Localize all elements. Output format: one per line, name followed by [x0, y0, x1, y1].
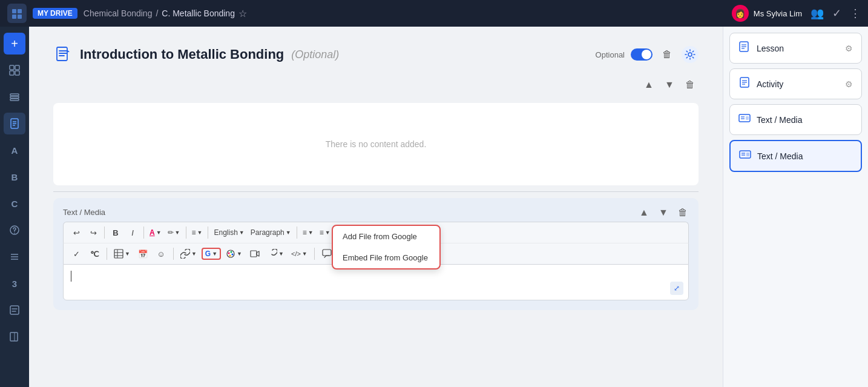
- panel-item-lesson[interactable]: Lesson ⚙: [729, 33, 862, 64]
- editor-delete[interactable]: 🗑: [674, 204, 691, 221]
- section-optional-label: (Optional): [291, 48, 339, 61]
- calendar-button[interactable]: 📅: [135, 246, 151, 262]
- checkmark-button[interactable]: ✓: [68, 246, 84, 262]
- ul-dropdown[interactable]: ≡ ▼: [317, 227, 333, 238]
- font-color-dropdown[interactable]: A ▼: [147, 227, 164, 238]
- svg-point-16: [14, 233, 15, 234]
- main-layout: + A: [0, 27, 868, 387]
- svg-rect-23: [57, 47, 67, 61]
- panel-text-media-1-label: Text / Media: [757, 115, 853, 125]
- language-dropdown[interactable]: English ▼: [211, 227, 246, 238]
- c-button[interactable]: ℃: [87, 246, 102, 262]
- toolbar-sep-r2-3: [314, 248, 315, 260]
- sidebar-icon-document[interactable]: [4, 113, 25, 134]
- svg-rect-57: [746, 153, 749, 156]
- panel-item-text-media-2[interactable]: Text / Media: [729, 140, 862, 172]
- svg-point-29: [227, 250, 234, 257]
- delete-button[interactable]: 🗑: [682, 76, 699, 93]
- sidebar-icon-layers[interactable]: [4, 86, 25, 108]
- panel-item-activity[interactable]: Activity ⚙: [729, 68, 862, 99]
- svg-rect-3: [18, 15, 22, 19]
- move-up-button[interactable]: ▲: [640, 76, 657, 93]
- toolbar-sep-3: [186, 227, 186, 239]
- optional-text: Optional: [596, 50, 625, 59]
- video-button[interactable]: [247, 246, 263, 262]
- section-header: Introduction to Metallic Bonding (Option…: [53, 39, 699, 70]
- highlight-dropdown[interactable]: ✏ ▼: [165, 227, 183, 238]
- sidebar-icon-grid[interactable]: [4, 59, 25, 81]
- embed-file-google-item[interactable]: Embed File from Google: [333, 247, 439, 268]
- table-dropdown[interactable]: ▼: [111, 248, 133, 260]
- avatar: 👩: [732, 5, 749, 22]
- sidebar-icon-b[interactable]: B: [4, 166, 25, 188]
- link-dropdown[interactable]: ▼: [178, 248, 199, 260]
- more-icon[interactable]: ⋮: [850, 7, 861, 20]
- panel-lesson-gear[interactable]: ⚙: [845, 44, 853, 53]
- redo-button[interactable]: ↪: [85, 225, 101, 240]
- svg-rect-34: [251, 251, 257, 257]
- svg-rect-35: [323, 250, 331, 256]
- sidebar-icon-list[interactable]: [4, 246, 25, 268]
- svg-point-24: [688, 53, 692, 56]
- activity-icon: [738, 76, 751, 91]
- content-area: Introduction to Metallic Bonding (Option…: [29, 27, 723, 387]
- section-document-icon: [53, 45, 73, 64]
- toolbar-sep-2: [143, 227, 144, 239]
- svg-rect-20: [10, 306, 19, 314]
- optional-toggle[interactable]: [631, 48, 653, 61]
- breadcrumb-part2[interactable]: C. Metallic Bonding: [162, 8, 235, 18]
- breadcrumb-separator: /: [156, 8, 158, 18]
- section-title: Introduction to Metallic Bonding: [80, 47, 284, 62]
- sidebar-icon-text-a[interactable]: A: [4, 139, 25, 161]
- my-drive-badge[interactable]: MY DRIVE: [33, 8, 77, 19]
- editor-cursor: [71, 271, 71, 282]
- sidebar-icon-book[interactable]: [4, 326, 25, 348]
- check-icon[interactable]: ✓: [832, 7, 841, 20]
- toolbar-sep-1: [104, 227, 105, 239]
- editor-move-up[interactable]: ▲: [636, 204, 653, 221]
- sidebar-icon-quiz[interactable]: [4, 219, 25, 241]
- sidebar-icon-number[interactable]: 3: [4, 273, 25, 294]
- toolbar-sep-5: [297, 227, 297, 239]
- breadcrumb-part1[interactable]: Chemical Bonding: [84, 8, 153, 18]
- link2-dropdown[interactable]: ▼: [265, 248, 286, 260]
- sidebar-icon-c[interactable]: C: [4, 193, 25, 214]
- panel-activity-gear[interactable]: ⚙: [845, 79, 853, 89]
- settings-button[interactable]: [682, 46, 699, 63]
- sidebar-icon-content[interactable]: [4, 299, 25, 321]
- ol-dropdown[interactable]: ≡ ▼: [300, 227, 316, 238]
- right-panel: Lesson ⚙ Activity ⚙: [723, 27, 868, 387]
- star-icon[interactable]: ☆: [238, 8, 247, 19]
- toolbar-sep-4: [208, 227, 208, 239]
- google-dropdown[interactable]: G ▼: [202, 248, 221, 260]
- move-down-button[interactable]: ▼: [661, 76, 678, 93]
- svg-rect-6: [10, 71, 14, 75]
- panel-item-text-media-1[interactable]: Text / Media: [729, 104, 862, 135]
- svg-point-31: [231, 251, 232, 253]
- undo-button[interactable]: ↩: [68, 225, 84, 240]
- svg-point-32: [232, 254, 234, 256]
- paragraph-dropdown[interactable]: Paragraph ▼: [248, 227, 294, 238]
- nav-controls: ▲ ▼ 🗑: [53, 76, 699, 93]
- toolbar-sep-r2-2: [173, 248, 174, 260]
- italic-button[interactable]: I: [125, 225, 140, 240]
- expand-button[interactable]: ⤢: [670, 282, 683, 295]
- svg-rect-5: [15, 65, 19, 70]
- delete-section-button[interactable]: 🗑: [659, 46, 676, 63]
- user-profile[interactable]: 👩 Ms Sylvia Lim: [732, 5, 802, 22]
- add-file-google-item[interactable]: Add File from Google: [333, 226, 439, 247]
- palette-dropdown[interactable]: ▼: [223, 248, 245, 260]
- code-dropdown[interactable]: </> ▼: [289, 249, 310, 259]
- editor-controls: ▲ ▼ 🗑: [636, 204, 691, 221]
- editor-move-down[interactable]: ▼: [655, 204, 672, 221]
- section-controls: Optional 🗑: [596, 46, 699, 63]
- align-dropdown[interactable]: ≡ ▼: [189, 227, 205, 238]
- top-navigation: MY DRIVE Chemical Bonding / C. Metallic …: [0, 0, 868, 27]
- empty-content-area: There is no content added.: [53, 103, 699, 185]
- emoji-button[interactable]: ☺: [153, 246, 169, 262]
- editor-body[interactable]: ⤢: [63, 264, 689, 300]
- add-button[interactable]: +: [4, 33, 25, 55]
- svg-rect-7: [15, 71, 19, 75]
- users-icon[interactable]: 👥: [810, 7, 824, 20]
- bold-button[interactable]: B: [108, 225, 123, 240]
